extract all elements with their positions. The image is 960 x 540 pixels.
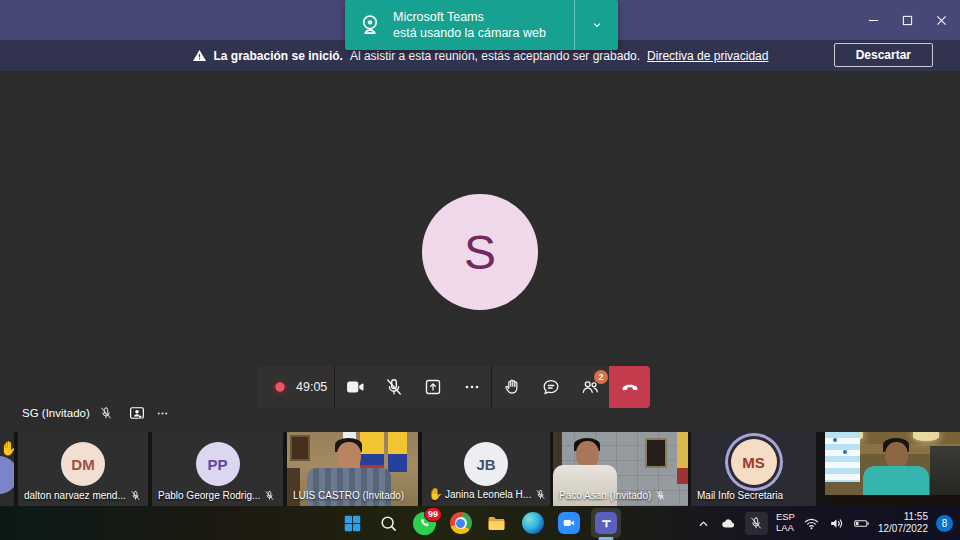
participant-name: Paco Asan (Invitado) xyxy=(559,490,651,501)
avatar: JB xyxy=(464,442,508,486)
banner-text: Al asistir a esta reunión, estás aceptan… xyxy=(350,49,640,63)
people-button[interactable]: 2 xyxy=(570,366,609,408)
tray-time: 11:55 xyxy=(878,511,928,524)
toast-expand-button[interactable] xyxy=(574,0,618,50)
mic-off-icon xyxy=(655,490,666,501)
teams-icon xyxy=(595,512,617,534)
hangup-button[interactable] xyxy=(609,366,650,408)
edge-button[interactable] xyxy=(519,510,546,537)
search-icon xyxy=(378,513,399,534)
maximize-button[interactable] xyxy=(890,0,924,40)
participant-tile-dalton[interactable]: DM dalton narvaez mend... xyxy=(18,432,148,506)
notification-count-badge[interactable]: 8 xyxy=(936,515,953,532)
meeting-stage: S SG (Invitado) 49:05 2 xyxy=(0,71,960,432)
mic-off-icon xyxy=(99,406,113,420)
toast-message: está usando la cámara web xyxy=(393,25,546,41)
camera-toast-body: Microsoft Teams está usando la cámara we… xyxy=(345,0,574,50)
participant-name: Pablo George Rodrig... xyxy=(158,490,260,501)
chrome-icon xyxy=(450,512,472,534)
whatsapp-badge: 99 xyxy=(424,507,442,522)
call-timer: 49:05 xyxy=(296,380,327,394)
share-icon xyxy=(423,377,443,397)
participant-name: Janina Leonela H... xyxy=(445,489,531,500)
raise-hand-button[interactable] xyxy=(492,366,531,408)
hangup-icon xyxy=(619,376,641,398)
windows-logo-icon xyxy=(342,513,363,534)
teams-app-button[interactable] xyxy=(591,508,621,538)
camera-button[interactable] xyxy=(335,366,374,408)
main-participant-avatar: S xyxy=(422,194,538,310)
participant-tile-luis-video[interactable]: LUIS CASTRO (Invitado) xyxy=(287,432,418,506)
taskbar-app-icons: 99 xyxy=(339,506,621,540)
participant-tile-pablo[interactable]: PP Pablo George Rodrig... xyxy=(152,432,283,506)
whatsapp-button[interactable]: 99 xyxy=(411,510,438,537)
start-button[interactable] xyxy=(339,510,366,537)
folder-icon xyxy=(486,513,507,534)
close-button[interactable] xyxy=(924,0,958,40)
participant-filmstrip: ✋ DM dalton narvaez mend... PP Pablo Geo… xyxy=(0,432,960,506)
banner-bold-text: La grabación se inició. xyxy=(214,49,343,63)
avatar xyxy=(0,456,14,494)
avatar: MS xyxy=(731,439,777,485)
system-tray: ESP LAA 11:55 12/07/2022 8 xyxy=(695,506,953,540)
avatar: DM xyxy=(61,442,105,486)
toast-app-name: Microsoft Teams xyxy=(393,9,546,25)
privacy-policy-link[interactable]: Directiva de privacidad xyxy=(647,49,768,63)
wifi-icon[interactable] xyxy=(803,515,820,532)
participant-name: Mail Info Secretaria xyxy=(697,490,783,501)
zoom-app-button[interactable] xyxy=(555,510,582,537)
language-indicator[interactable]: ESP LAA xyxy=(776,512,795,534)
record-dot-icon xyxy=(273,380,287,394)
pin-person-icon[interactable] xyxy=(128,404,146,422)
participant-name: dalton narvaez mend... xyxy=(24,490,126,501)
chevron-up-icon[interactable] xyxy=(695,515,712,532)
window-controls xyxy=(856,0,958,40)
battery-icon[interactable] xyxy=(853,515,870,532)
chat-button[interactable] xyxy=(531,366,570,408)
camera-toast[interactable]: Microsoft Teams está usando la cámara we… xyxy=(345,0,618,50)
participant-tile-mail-info[interactable]: MS Mail Info Secretaria xyxy=(691,432,816,506)
participant-tile-partial[interactable]: ✋ xyxy=(0,432,14,506)
clock[interactable]: 11:55 12/07/2022 xyxy=(878,511,928,536)
more-options-icon[interactable] xyxy=(155,406,170,421)
file-explorer-button[interactable] xyxy=(483,510,510,537)
share-button[interactable] xyxy=(413,366,452,408)
more-options-icon xyxy=(462,377,482,397)
participant-tile-janina[interactable]: JB ✋ Janina Leonela H... xyxy=(422,432,550,506)
volume-icon[interactable] xyxy=(828,515,845,532)
raise-hand-icon xyxy=(502,377,522,397)
camera-toast-text: Microsoft Teams está usando la cámara we… xyxy=(393,9,546,42)
warning-icon xyxy=(192,48,207,63)
zoom-camera-icon xyxy=(558,512,580,534)
mic-off-icon xyxy=(535,489,546,500)
tray-date: 12/07/2022 xyxy=(878,523,928,536)
webcam-icon xyxy=(357,12,383,38)
mic-off-icon xyxy=(749,516,763,530)
search-button[interactable] xyxy=(375,510,402,537)
more-actions-button[interactable] xyxy=(452,366,491,408)
teams-meeting-window: La grabación se inició. Al asistir a est… xyxy=(0,0,960,540)
edge-icon xyxy=(522,512,544,534)
participant-tile-video[interactable] xyxy=(825,432,960,506)
people-count-badge: 2 xyxy=(594,370,608,384)
tray-mic-status[interactable] xyxy=(745,512,768,535)
chat-icon xyxy=(541,377,561,397)
dismiss-button[interactable]: Descartar xyxy=(834,43,933,67)
mic-button[interactable] xyxy=(374,366,413,408)
participant-name: LUIS CASTRO (Invitado) xyxy=(293,490,404,501)
recording-indicator: 49:05 xyxy=(258,380,334,394)
avatar: PP xyxy=(196,442,240,486)
participant-tile-paco-video[interactable]: Paco Asan (Invitado) xyxy=(553,432,688,506)
onedrive-cloud-icon[interactable] xyxy=(720,515,737,532)
camera-icon xyxy=(345,377,365,397)
mic-off-icon xyxy=(130,490,141,501)
chrome-button[interactable] xyxy=(447,510,474,537)
chevron-down-icon xyxy=(590,18,604,32)
raised-hand-emoji: ✋ xyxy=(428,487,443,501)
pinned-participant-row: SG (Invitado) xyxy=(22,404,170,422)
windows-taskbar: 99 ESP LAA xyxy=(0,506,960,540)
pinned-participant-name: SG (Invitado) xyxy=(22,407,90,419)
minimize-button[interactable] xyxy=(856,0,890,40)
mic-off-icon xyxy=(384,377,404,397)
mic-off-icon xyxy=(264,490,275,501)
